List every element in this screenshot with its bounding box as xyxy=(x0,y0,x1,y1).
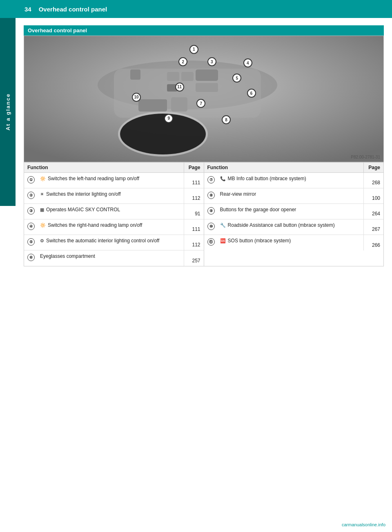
circle-num: ⑪ xyxy=(207,238,215,246)
page-title: Overhead control panel xyxy=(39,6,107,13)
table-row: ①🔆 Switches the left-hand reading lamp o… xyxy=(24,173,204,188)
row-num-1: ② xyxy=(24,188,38,203)
circle-num: ⑩ xyxy=(207,223,215,230)
row-page-1: 112 xyxy=(184,188,204,203)
callout-6: 6 xyxy=(247,89,256,98)
row-icon-4: ⚙ xyxy=(40,238,45,243)
circle-num: ⑧ xyxy=(207,192,215,199)
row-icon-1: ☀ xyxy=(40,192,45,197)
callout-9: 9 xyxy=(164,114,173,123)
callout-4: 4 xyxy=(243,58,252,67)
tables-container: Function Page ①🔆 Switches the left-hand … xyxy=(24,162,384,266)
row-function-0: 🔆 Switches the left-hand reading lamp on… xyxy=(38,173,184,188)
table-row: ⑥Eyeglasses compartment257 xyxy=(24,250,204,266)
right-th-page: Page xyxy=(364,163,383,172)
callout-5: 5 xyxy=(232,74,241,83)
left-th-page: Page xyxy=(184,163,204,172)
table-row: ②☀ Switches the interior lighting on/off… xyxy=(24,188,204,204)
callout-11: 11 xyxy=(175,83,184,92)
callout-8: 8 xyxy=(222,115,231,124)
diagram-container: 1234567891011 P82.00-2781-31 xyxy=(24,36,384,162)
row-num-3: ⑩ xyxy=(204,219,218,235)
row-function-0: 📞 MB Info call button (mbrace system) xyxy=(218,173,364,188)
circle-num: ⑥ xyxy=(27,254,35,261)
callout-10: 10 xyxy=(132,93,141,102)
table-row: ⑩🔧 Roadside Assistance call button (mbra… xyxy=(204,219,384,235)
section-header: Overhead control panel xyxy=(24,25,384,36)
main-content: Overhead control panel xyxy=(16,18,392,275)
row-num-4: ⑪ xyxy=(204,235,218,250)
table-row: ⑦📞 MB Info call button (mbrace system)26… xyxy=(204,173,384,188)
photo-credit: P82.00-2781-31 xyxy=(351,155,380,159)
table-row: ⑨Buttons for the garage door opener264 xyxy=(204,204,384,219)
bottom-watermark: carmanualsonline.info xyxy=(342,522,385,527)
row-icon-0: 🔆 xyxy=(40,176,47,181)
top-header: 34 Overhead control panel xyxy=(0,0,392,18)
row-function-1: Rear-view mirror xyxy=(218,188,364,203)
left-table: Function Page ①🔆 Switches the left-hand … xyxy=(24,163,204,266)
table-row: ④🔆 Switches the right-hand reading lamp … xyxy=(24,219,204,235)
row-function-2: ▦ Operates MAGIC SKY CONTROL xyxy=(38,204,184,219)
table-row: ⑪🆘 SOS button (mbrace system)266 xyxy=(204,235,384,250)
row-num-1: ⑧ xyxy=(204,188,218,203)
row-page-2: 264 xyxy=(364,204,383,219)
row-num-2: ⑨ xyxy=(204,204,218,219)
row-page-3: 267 xyxy=(364,219,383,235)
right-table-header: Function Page xyxy=(204,163,384,173)
circle-num: ② xyxy=(27,192,35,199)
row-num-3: ④ xyxy=(24,219,38,235)
right-table: Function Page ⑦📞 MB Info call button (mb… xyxy=(204,163,384,266)
row-page-0: 268 xyxy=(364,173,383,188)
callout-2: 2 xyxy=(178,57,187,66)
row-page-1: 100 xyxy=(364,188,383,203)
row-num-4: ⑤ xyxy=(24,235,38,250)
row-function-4: 🆘 SOS button (mbrace system) xyxy=(218,235,364,250)
callout-1: 1 xyxy=(189,45,198,54)
table-row: ⑧Rear-view mirror100 xyxy=(204,188,384,204)
callout-7: 7 xyxy=(196,99,205,108)
row-page-2: 91 xyxy=(184,204,204,219)
diagram-bg: 1234567891011 P82.00-2781-31 xyxy=(24,36,383,162)
row-function-5: Eyeglasses compartment xyxy=(38,250,184,266)
page-number: 34 xyxy=(24,6,31,13)
circle-num: ④ xyxy=(27,223,35,230)
row-icon-0: 📞 xyxy=(220,176,227,181)
row-page-0: 111 xyxy=(184,173,204,188)
row-function-1: ☀ Switches the interior lighting on/off xyxy=(38,188,184,203)
left-th-function: Function xyxy=(24,163,184,172)
row-icon-3: 🔧 xyxy=(220,223,227,228)
row-function-2: Buttons for the garage door opener xyxy=(218,204,364,219)
row-page-5: 257 xyxy=(184,250,204,266)
right-th-function: Function xyxy=(204,163,364,172)
row-num-2: ③ xyxy=(24,204,38,219)
sidebar: At a glance xyxy=(0,18,16,206)
row-num-0: ⑦ xyxy=(204,173,218,188)
row-page-4: 266 xyxy=(364,235,383,250)
sidebar-label: At a glance xyxy=(5,93,11,130)
row-function-3: 🔆 Switches the right-hand reading lamp o… xyxy=(38,219,184,235)
table-row: ⑤⚙ Switches the automatic interior light… xyxy=(24,235,204,250)
row-icon-2: ▦ xyxy=(40,207,45,212)
table-row: ③▦ Operates MAGIC SKY CONTROL91 xyxy=(24,204,204,219)
callout-3: 3 xyxy=(207,57,216,66)
circle-num: ① xyxy=(27,176,35,183)
row-page-3: 111 xyxy=(184,219,204,235)
circle-num: ③ xyxy=(27,207,35,215)
circle-num: ⑨ xyxy=(207,207,215,215)
right-table-body: ⑦📞 MB Info call button (mbrace system)26… xyxy=(204,173,384,250)
row-function-4: ⚙ Switches the automatic interior lighti… xyxy=(38,235,184,250)
row-icon-3: 🔆 xyxy=(40,223,47,228)
row-num-5: ⑥ xyxy=(24,250,38,266)
left-table-body: ①🔆 Switches the left-hand reading lamp o… xyxy=(24,173,204,266)
row-function-3: 🔧 Roadside Assistance call button (mbrac… xyxy=(218,219,364,235)
row-page-4: 112 xyxy=(184,235,204,250)
row-icon-4: 🆘 xyxy=(220,238,227,243)
row-num-0: ① xyxy=(24,173,38,188)
callouts-container: 1234567891011 xyxy=(24,36,383,162)
circle-num: ⑦ xyxy=(207,176,215,183)
left-table-header: Function Page xyxy=(24,163,204,173)
circle-num: ⑤ xyxy=(27,238,35,246)
